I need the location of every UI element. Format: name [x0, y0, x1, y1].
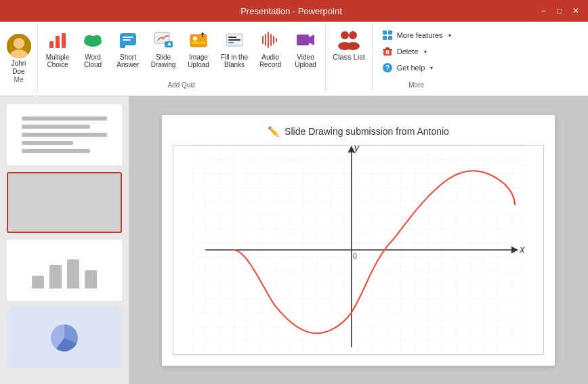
- audio-record-button[interactable]: AudioRecord: [253, 27, 287, 70]
- svg-rect-40: [386, 50, 387, 54]
- slide-line: [22, 149, 90, 153]
- svg-rect-41: [387, 50, 389, 54]
- word-cloud-button[interactable]: WordCloud: [76, 27, 110, 70]
- video-upload-button[interactable]: VideoUpload: [289, 27, 322, 70]
- more-features-dropdown-arrow: ▾: [448, 33, 451, 39]
- slide-bar: [67, 259, 79, 289]
- svg-point-7: [85, 35, 94, 42]
- slide-line: [22, 141, 73, 145]
- svg-rect-26: [276, 38, 277, 42]
- slide-thumbnail-3[interactable]: [7, 240, 122, 301]
- slide-thumbnail-2[interactable]: [7, 172, 122, 233]
- svg-rect-38: [385, 47, 390, 49]
- multiple-choice-button[interactable]: MultipleChoice: [41, 27, 75, 70]
- close-button[interactable]: ✕: [569, 4, 583, 18]
- video-upload-icon: [295, 29, 316, 52]
- delete-icon: [382, 46, 393, 57]
- get-help-icon: ?: [382, 62, 393, 73]
- image-upload-icon: [188, 29, 209, 52]
- delete-dropdown-arrow: ▾: [424, 49, 427, 55]
- slide-thumbnail-1[interactable]: [7, 104, 122, 165]
- svg-rect-34: [388, 30, 392, 35]
- svg-rect-20: [228, 42, 234, 43]
- svg-rect-27: [297, 35, 309, 45]
- slide-title-text: Slide Drawing submission from Antonio: [285, 126, 449, 137]
- title-bar: Presentation - Powerpoint − □ ✕: [0, 0, 588, 22]
- short-answer-button[interactable]: ShortAnswer: [111, 27, 145, 70]
- short-answer-label: ShortAnswer: [117, 54, 139, 68]
- svg-point-28: [341, 31, 349, 39]
- svg-rect-12: [123, 39, 131, 41]
- image-upload-label: ImageUpload: [188, 54, 209, 68]
- maximize-button[interactable]: □: [553, 4, 566, 18]
- user-name: John Doe: [12, 60, 26, 76]
- svg-point-31: [346, 42, 360, 50]
- slide-bar: [49, 265, 62, 289]
- svg-rect-5: [62, 33, 66, 48]
- short-answer-icon: [117, 29, 139, 52]
- svg-rect-35: [383, 36, 387, 40]
- slide-title-icon: ✏️: [268, 126, 279, 137]
- pie-chart-icon: [49, 323, 79, 353]
- audio-record-icon: [259, 29, 281, 52]
- slide-line: [22, 125, 90, 129]
- multiple-choice-icon: [47, 29, 68, 52]
- multiple-choice-label: MultipleChoice: [46, 54, 69, 68]
- more-features-label: More features: [397, 31, 443, 39]
- svg-point-29: [349, 31, 357, 39]
- fill-blanks-label: Fill in theBlanks: [221, 54, 248, 68]
- more-features-button[interactable]: More features ▾: [379, 28, 454, 42]
- svg-rect-36: [388, 36, 392, 40]
- svg-rect-25: [273, 36, 274, 44]
- main-slide: ✏️ Slide Drawing submission from Antonio: [162, 115, 555, 366]
- delete-label: Delete: [397, 47, 419, 56]
- svg-rect-22: [265, 34, 266, 46]
- user-section: John Doe Me: [0, 24, 38, 93]
- slide-thumbnail-4[interactable]: [7, 307, 122, 368]
- slide-drawing-label: SlideDrawing: [151, 54, 176, 68]
- get-help-label: Get help: [397, 64, 425, 72]
- more-section: More features ▾ Delete ▾ ? Get help ▾ Mo…: [373, 24, 461, 93]
- graph-svg: x y 0: [173, 146, 543, 354]
- slide-line: [22, 133, 107, 137]
- slide-drawing-button[interactable]: SlideDrawing: [146, 27, 180, 70]
- svg-rect-32: [347, 41, 351, 42]
- ribbon: John Doe Me MultipleChoice: [0, 22, 588, 96]
- image-upload-button[interactable]: ImageUpload: [182, 27, 215, 70]
- class-list-label: Class List: [333, 53, 365, 61]
- more-features-icon: [382, 30, 393, 41]
- delete-button[interactable]: Delete ▾: [379, 45, 454, 58]
- class-list-icon: [337, 27, 361, 51]
- quiz-buttons-row: MultipleChoice WordCloud: [38, 27, 325, 80]
- window-controls: − □ ✕: [537, 4, 583, 18]
- main-content: ✏️ Slide Drawing submission from Antonio: [0, 96, 588, 384]
- svg-rect-18: [228, 37, 236, 38]
- content-area: ✏️ Slide Drawing submission from Antonio: [129, 96, 588, 384]
- svg-rect-10: [120, 43, 125, 48]
- minimize-button[interactable]: −: [537, 4, 550, 18]
- svg-rect-3: [49, 41, 54, 48]
- class-list-button[interactable]: Class List: [326, 24, 373, 93]
- avatar[interactable]: [7, 34, 31, 58]
- svg-text:?: ?: [385, 64, 390, 72]
- svg-rect-15: [190, 35, 207, 47]
- svg-rect-24: [270, 34, 272, 46]
- get-help-button[interactable]: ? Get help ▾: [379, 61, 454, 74]
- slide-line: [22, 116, 107, 121]
- svg-text:0: 0: [353, 252, 357, 260]
- svg-text:y: y: [354, 146, 360, 153]
- me-label[interactable]: Me: [14, 76, 24, 83]
- svg-point-1: [14, 38, 24, 49]
- graph-container: x y 0: [173, 145, 544, 355]
- window-title: Presentation - Powerpoint: [46, 6, 537, 16]
- word-cloud-icon: [82, 29, 104, 52]
- add-quiz-section: MultipleChoice WordCloud: [38, 24, 326, 93]
- audio-record-label: AudioRecord: [259, 54, 281, 68]
- get-help-dropdown-arrow: ▾: [430, 65, 433, 71]
- svg-rect-19: [228, 39, 240, 41]
- svg-rect-33: [383, 30, 387, 35]
- fill-blanks-button[interactable]: Fill in theBlanks: [217, 27, 252, 70]
- svg-point-8: [93, 35, 101, 41]
- svg-rect-4: [56, 36, 60, 48]
- add-quiz-label: Add Quiz: [38, 80, 325, 90]
